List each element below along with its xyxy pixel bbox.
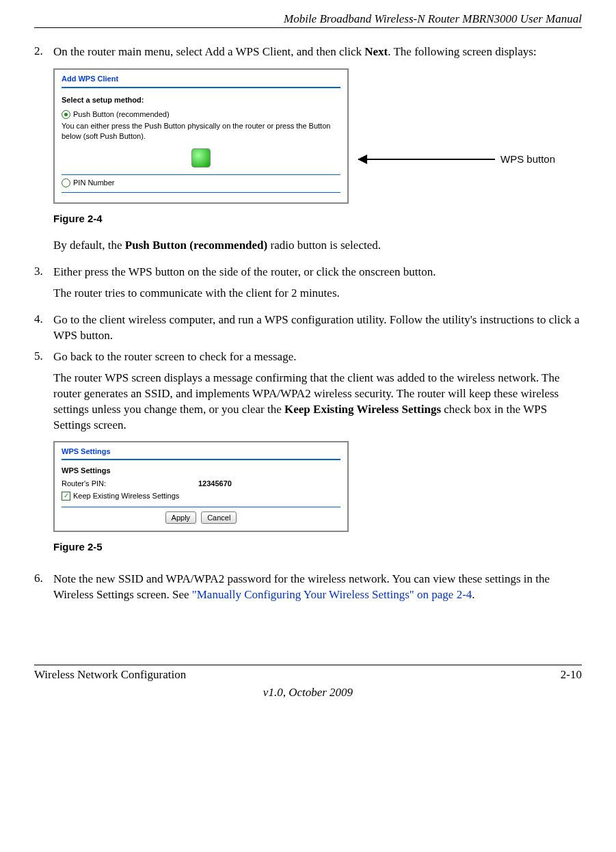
footer-left: Wireless Network Configuration: [34, 668, 186, 682]
shot1-title: Add WPS Client: [62, 74, 340, 84]
step2-after-bold: Push Button (recommended): [125, 239, 267, 252]
step-5-text: Go back to the router screen to check fo…: [53, 349, 582, 365]
cancel-button[interactable]: Cancel: [201, 511, 237, 524]
wps-soft-button[interactable]: [191, 148, 211, 168]
step2-after-a: By default, the: [53, 239, 125, 252]
step-number-2: 2.: [34, 44, 53, 259]
shot2-title: WPS Settings: [62, 447, 340, 457]
doc-header: Mobile Broadband Wireless-N Router MBRN3…: [34, 12, 582, 28]
step-3-after: The router tries to communicate with the…: [53, 286, 582, 302]
wps-button-annotation: WPS button: [358, 152, 555, 166]
keep-settings-label: Keep Existing Wireless Settings: [73, 491, 179, 501]
push-button-radio[interactable]: [62, 110, 70, 119]
figure-2-4-screenshot: Add WPS Client Select a setup method: Pu…: [53, 68, 349, 204]
router-pin-value: 12345670: [198, 479, 232, 489]
step-3-text: Either press the WPS button on the side …: [53, 265, 582, 280]
step-number-6: 6.: [34, 572, 53, 603]
step2-bold: Next: [364, 45, 388, 58]
footer-center: v1.0, October 2009: [34, 686, 582, 700]
apply-button[interactable]: Apply: [165, 511, 197, 524]
arrow-icon: [358, 159, 495, 160]
step-number-3: 3.: [34, 265, 53, 307]
step2-b: . The following screen displays:: [388, 45, 536, 58]
step-6-text: Note the new SSID and WPA/WPA2 password …: [53, 572, 582, 603]
figure-2-5-screenshot: WPS Settings WPS Settings Router's PIN: …: [53, 441, 349, 531]
step2-a: On the router main menu, select Add a WP…: [53, 45, 364, 58]
footer-right: 2-10: [561, 668, 582, 682]
shot2-subhead: WPS Settings: [62, 466, 340, 476]
step-number-5: 5.: [34, 349, 53, 566]
pin-number-label: PIN Number: [73, 178, 115, 188]
push-button-label: Push Button (recommended): [73, 109, 170, 120]
shot1-section-label: Select a setup method:: [62, 95, 340, 105]
step2-after-b: radio button is selected.: [267, 239, 381, 252]
step-2-text: On the router main menu, select Add a WP…: [53, 44, 582, 259]
figure-2-5-caption: Figure 2-5: [53, 540, 582, 554]
step6-b: .: [472, 588, 474, 601]
step-number-4: 4.: [34, 312, 53, 344]
keep-settings-checkbox[interactable]: ✓: [62, 492, 70, 501]
push-button-desc: You can either press the Push Button phy…: [62, 121, 340, 142]
figure-2-4-caption: Figure 2-4: [53, 212, 582, 226]
step-4-text: Go to the client wireless computer, and …: [53, 312, 582, 344]
wps-button-callout: WPS button: [500, 152, 555, 166]
step5-after-bold: Keep Existing Wireless Settings: [284, 403, 441, 416]
router-pin-label: Router's PIN:: [62, 479, 198, 489]
cross-ref-link[interactable]: "Manually Configuring Your Wireless Sett…: [192, 588, 472, 601]
pin-number-radio[interactable]: [62, 178, 70, 187]
